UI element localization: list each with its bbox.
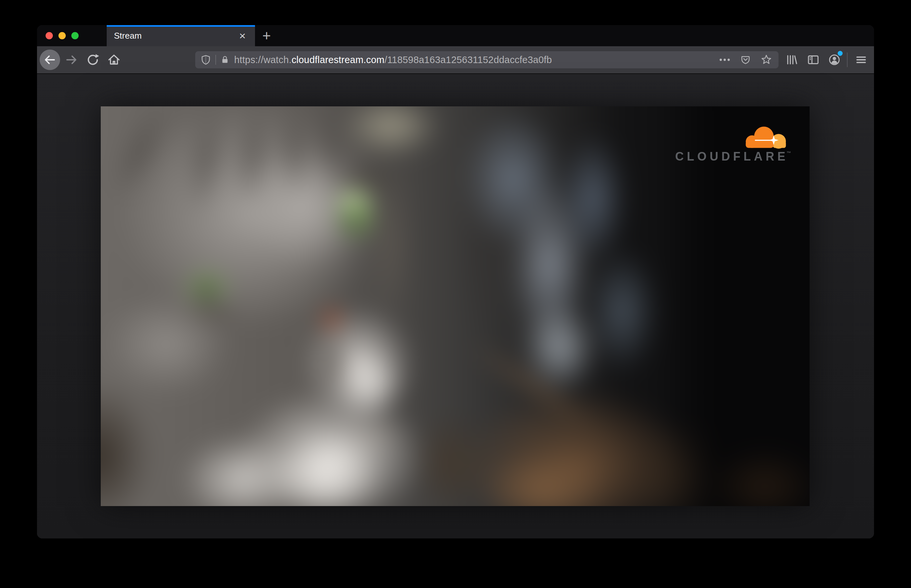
home-button[interactable] bbox=[104, 46, 124, 73]
tab-close-icon[interactable]: × bbox=[236, 25, 249, 46]
url-scheme-host: https://watch. bbox=[234, 55, 292, 65]
url-text: https://watch.cloudflarestream.com/11859… bbox=[234, 55, 552, 65]
library-button[interactable] bbox=[781, 46, 802, 73]
minimize-window-button[interactable] bbox=[58, 32, 66, 39]
new-tab-button[interactable]: + bbox=[259, 25, 274, 46]
url-domain: cloudflarestream.com bbox=[292, 55, 384, 65]
reload-icon bbox=[86, 53, 100, 67]
cloudflare-watermark: CLOUDFLARE™ bbox=[675, 125, 791, 163]
menu-button[interactable] bbox=[851, 46, 871, 73]
back-arrow-icon bbox=[43, 53, 57, 66]
urlbar-divider bbox=[215, 55, 216, 65]
lock-icon[interactable] bbox=[220, 55, 229, 65]
forward-arrow-icon bbox=[65, 53, 78, 66]
video-frame-art bbox=[101, 107, 809, 506]
close-window-button[interactable] bbox=[45, 32, 53, 39]
video-player[interactable]: CLOUDFLARE™ bbox=[101, 107, 809, 506]
home-icon bbox=[107, 53, 121, 67]
cloudflare-wordmark: CLOUDFLARE™ bbox=[675, 151, 791, 163]
page-actions-ellipsis-icon[interactable] bbox=[719, 58, 730, 62]
browser-window: Stream × + https://wa bbox=[37, 25, 874, 538]
window-controls bbox=[37, 25, 79, 46]
sidebar-button[interactable] bbox=[803, 46, 824, 73]
tab-stream[interactable]: Stream × bbox=[107, 25, 255, 46]
trademark-symbol: ™ bbox=[787, 150, 791, 155]
page-actions bbox=[719, 54, 773, 65]
reload-button[interactable] bbox=[82, 46, 103, 73]
library-icon bbox=[785, 53, 798, 66]
zoom-window-button[interactable] bbox=[71, 32, 79, 39]
tab-bar: Stream × + bbox=[37, 25, 874, 46]
account-notification-dot bbox=[838, 51, 843, 56]
desktop-background: Stream × + https://wa bbox=[0, 0, 911, 588]
page-content: CLOUDFLARE™ bbox=[37, 74, 874, 538]
tracking-protection-shield-icon[interactable] bbox=[200, 55, 211, 65]
account-button[interactable] bbox=[824, 46, 845, 73]
pocket-icon[interactable] bbox=[740, 55, 751, 65]
forward-button[interactable] bbox=[61, 46, 82, 73]
tab-title: Stream bbox=[114, 25, 142, 46]
cloudflare-cloud-icon bbox=[741, 125, 791, 149]
sidebar-icon bbox=[807, 53, 820, 66]
url-path: /118598a163a125631152ddaccfe3a0fb bbox=[384, 55, 552, 65]
hamburger-menu-icon bbox=[854, 53, 868, 66]
bookmark-star-icon[interactable] bbox=[761, 54, 772, 65]
url-bar[interactable]: https://watch.cloudflarestream.com/11859… bbox=[195, 51, 779, 68]
back-button[interactable] bbox=[40, 50, 60, 70]
toolbar-separator bbox=[847, 53, 848, 67]
navigation-toolbar: https://watch.cloudflarestream.com/11859… bbox=[37, 46, 874, 74]
